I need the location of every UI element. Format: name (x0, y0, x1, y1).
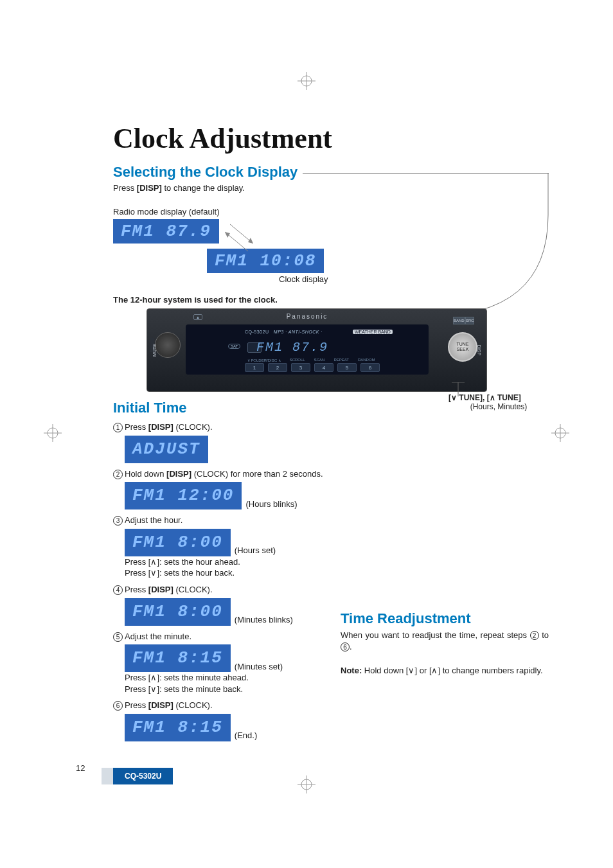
tune-seek-label: TUNE SEEK (456, 342, 468, 351)
step-line: 1Press [DISP] (CLOCK). (113, 421, 329, 433)
lbl: SCAN (314, 358, 325, 362)
lbl: REPEAT (333, 358, 349, 362)
band-button: BAND (453, 317, 465, 324)
step: 2Hold down [DISP] (CLOCK) for more than … (113, 468, 329, 510)
lbl: ∨ FOLDER/DISC ∧ (247, 358, 281, 362)
step-line: 3Adjust the hour. (113, 515, 329, 526)
text: Press (125, 700, 148, 710)
steps-list: 1Press [DISP] (CLOCK).ADJUST2Hold down [… (113, 421, 329, 741)
disp-key: [DISP] (148, 700, 173, 710)
time-readjustment-body: When you want to readjust the time, repe… (341, 630, 549, 652)
text: Press (113, 183, 137, 193)
mute-label: MUTE (152, 344, 157, 357)
disp-key: [DISP] (137, 183, 162, 193)
src-button: SRC (465, 317, 475, 324)
note-label: Note: (341, 666, 362, 675)
step-lcd-row: ADJUST (113, 433, 329, 463)
step-lcd-row: FM1 12:00(Hours blinks) (113, 479, 329, 509)
step-up-note: Press [∧]: sets the minute ahead. (125, 672, 329, 684)
note-body: Hold down [∨] or [∧] to change numbers r… (362, 666, 542, 675)
disp-key: [DISP] (148, 422, 173, 432)
step-lcd: FM1 8:15 (125, 714, 231, 741)
step: 3Adjust the hour.FM1 8:00(Hours set)Pres… (113, 515, 329, 579)
step-lcd: FM1 8:00 (125, 529, 231, 556)
time-readjustment-note: Note: Hold down [∨] or [∧] to change num… (341, 665, 549, 677)
crop-mark-top (298, 72, 315, 93)
preset-5: 5 (337, 363, 357, 372)
model-code: CQ-5302U (245, 330, 269, 334)
step-down-note: Press [∨]: sets the hour back. (125, 567, 329, 579)
selecting-heading: Selecting the Clock Display (113, 164, 298, 181)
step-lcd: ADJUST (125, 436, 208, 463)
step-line: 2Hold down [DISP] (CLOCK) for more than … (113, 468, 329, 480)
preset-2: 2 (268, 363, 287, 372)
display-toggle-arrows-icon (224, 217, 262, 258)
text: Hold down (125, 469, 166, 479)
tagline: MP3 · ANTI-SHOCK · (274, 330, 323, 334)
page: Clock Adjustment Selecting the Clock Dis… (0, 0, 613, 868)
page-number: 12 (76, 763, 85, 773)
preset-1: 1 (245, 363, 264, 372)
tune-seek-dial: TUNE SEEK (448, 332, 477, 362)
disp-key: [DISP] (166, 469, 191, 479)
step-aside: (Minutes set) (235, 661, 283, 673)
preset-buttons: 1 2 3 4 5 6 (245, 363, 380, 372)
page-title: Clock Adjustment (113, 122, 549, 155)
step-down-note: Press [∨]: sets the minute back. (125, 684, 329, 695)
step-ref-2: 2 (530, 631, 539, 640)
text: . (350, 642, 352, 651)
crop-mark-left (44, 424, 62, 445)
button-top-labels: ∨ FOLDER/DISC ∧ SCROLL SCAN REPEAT RANDO… (247, 358, 375, 362)
lbl: RANDOM (358, 358, 375, 362)
step-aside: (Hours set) (235, 545, 276, 556)
step-number: 2 (113, 470, 123, 479)
step-number: 4 (113, 585, 123, 595)
initial-time-column: Initial Time 1Press [DISP] (CLOCK).ADJUS… (113, 400, 329, 741)
eject-button-icon: ▲ (193, 314, 202, 320)
weather-band-label: WEATHER BAND (353, 330, 393, 334)
radio-face: Panasonic CQ-5302U MP3 · ANTI-SHOCK · WE… (186, 324, 429, 375)
step-lcd: FM1 12:00 (125, 482, 242, 509)
model-badge: CQ-5302U (113, 768, 173, 784)
step-number: 5 (113, 632, 123, 642)
brand-label: Panasonic (287, 313, 328, 320)
crop-mark-right (551, 424, 569, 445)
step-line: 5Adjust the minute. (113, 631, 329, 642)
text: (CLOCK) for more than 2 seconds. (191, 469, 323, 479)
right-column: [∨ TUNE], [∧ TUNE] (Hours, Minutes) Time… (329, 400, 549, 741)
sat-label: SAT (228, 344, 240, 349)
step-aside: (Hours blinks) (245, 499, 297, 510)
lcd-radio-mode: FM1 87.9 (113, 219, 219, 244)
text: to change the display. (162, 183, 245, 193)
step-lcd: FM1 8:15 (125, 644, 231, 672)
radio-lcd: FM1 87.9 (256, 340, 328, 355)
text: Press (125, 422, 148, 432)
tune-callout: [∨ TUNE], [∧ TUNE] (Hours, Minutes) (449, 393, 549, 411)
heading-leader-line-icon (319, 164, 481, 301)
step: 5Adjust the minute.FM1 8:15(Minutes set)… (113, 631, 329, 695)
step-line: 4Press [DISP] (CLOCK). (113, 584, 329, 596)
content-area: Clock Adjustment Selecting the Clock Dis… (113, 122, 549, 741)
step-aside: (End.) (235, 730, 257, 741)
step-lcd-row: FM1 8:15(Minutes set) (113, 642, 329, 672)
text: (CLOCK). (173, 700, 213, 710)
disp-key: [DISP] (148, 585, 173, 594)
lbl: SCROLL (290, 358, 305, 362)
lower-columns: Initial Time 1Press [DISP] (CLOCK).ADJUS… (113, 400, 549, 741)
step: 6Press [DISP] (CLOCK).FM1 8:15(End.) (113, 700, 329, 741)
time-readjustment-section: Time Readjustment When you want to readj… (341, 610, 549, 677)
step-lcd-row: FM1 8:00(Minutes blinks) (113, 596, 329, 626)
step-lcd-row: FM1 8:15(End.) (113, 711, 329, 741)
step-line: 6Press [DISP] (CLOCK). (113, 700, 329, 711)
tune-callout-line: [∨ TUNE], [∧ TUNE] (449, 393, 549, 402)
crop-mark-bottom (298, 775, 315, 796)
step-number: 6 (113, 701, 123, 711)
text: (CLOCK). (173, 585, 213, 594)
text: to (539, 630, 549, 640)
text: Press (125, 585, 148, 594)
preset-4: 4 (314, 363, 333, 372)
step: 4Press [DISP] (CLOCK).FM1 8:00(Minutes b… (113, 584, 329, 626)
text: (CLOCK). (173, 422, 213, 432)
text: Adjust the minute. (125, 632, 191, 641)
band-src-buttons: BAND SRC (453, 317, 472, 324)
